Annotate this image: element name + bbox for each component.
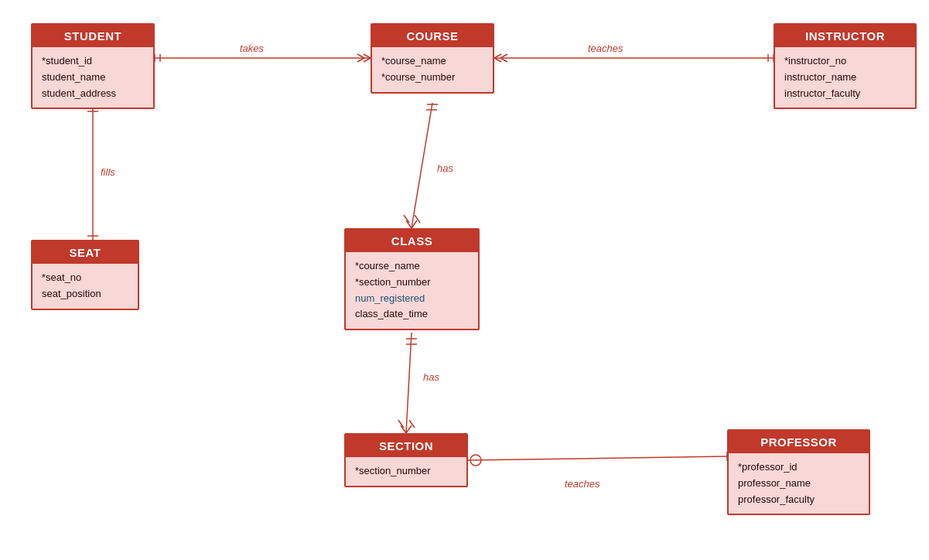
- entity-class-header: CLASS: [346, 230, 478, 252]
- svg-line-10: [500, 54, 507, 58]
- entity-course-body: *course_name *course_number: [372, 47, 493, 92]
- entity-section-body: *section_number: [346, 457, 466, 486]
- entity-instructor-header: INSTRUCTOR: [775, 25, 915, 47]
- diagram-container: takes teaches fills has has teaches STUD…: [0, 0, 929, 560]
- entity-student: STUDENT *student_id student_name student…: [31, 23, 155, 109]
- rel-label-takes: takes: [240, 43, 264, 54]
- svg-line-26: [406, 333, 412, 433]
- field-seat-no: *seat_no: [42, 270, 128, 286]
- field-student-id: *student_id: [42, 53, 144, 70]
- field-instructor-faculty: instructor_faculty: [784, 86, 906, 102]
- rel-label-teaches-professor: teaches: [565, 478, 600, 490]
- svg-line-23: [412, 220, 417, 228]
- entity-instructor-body: *instructor_no instructor_name instructo…: [775, 47, 915, 108]
- entity-section-header: SECTION: [346, 435, 466, 457]
- entity-instructor: INSTRUCTOR *instructor_no instructor_nam…: [774, 23, 917, 109]
- entity-seat-header: SEAT: [32, 241, 138, 264]
- entity-seat-body: *seat_no seat_position: [32, 264, 138, 309]
- svg-line-30: [406, 425, 412, 433]
- svg-line-9: [494, 58, 501, 62]
- field-seat-position: seat_position: [42, 286, 128, 302]
- entity-professor: PROFESSOR *professor_id professor_name p…: [727, 429, 870, 515]
- entity-professor-header: PROFESSOR: [729, 431, 869, 453]
- field-course-number: *course_number: [381, 70, 483, 86]
- field-student-name: student_name: [42, 70, 144, 86]
- field-class-course-name: *course_name: [355, 258, 469, 275]
- field-professor-id: *professor_id: [738, 459, 859, 476]
- svg-line-31: [398, 420, 404, 428]
- entity-class-body: *course_name *section_number num_registe…: [346, 252, 478, 329]
- entity-course-header: COURSE: [372, 25, 493, 47]
- svg-line-19: [412, 103, 432, 228]
- rel-label-has-course-class: has: [437, 162, 453, 174]
- rel-label-has-class-section: has: [423, 371, 439, 383]
- entity-class: CLASS *course_name *section_number num_r…: [344, 228, 480, 330]
- entity-student-header: STUDENT: [32, 25, 153, 47]
- svg-point-34: [470, 455, 481, 466]
- rel-label-teaches-instructor: teaches: [588, 43, 623, 54]
- svg-line-32: [409, 420, 415, 428]
- entity-professor-body: *professor_id professor_name professor_f…: [729, 453, 869, 514]
- field-course-name: *course_name: [381, 53, 483, 70]
- field-section-number: *section_number: [355, 463, 457, 480]
- field-instructor-name: instructor_name: [784, 70, 906, 86]
- field-student-address: student_address: [42, 86, 144, 102]
- svg-line-29: [401, 425, 406, 433]
- svg-line-11: [500, 58, 507, 62]
- svg-line-25: [415, 215, 420, 223]
- svg-line-4: [357, 58, 364, 62]
- entity-seat: SEAT *seat_no seat_position: [31, 240, 139, 310]
- svg-line-24: [404, 215, 409, 223]
- svg-line-33: [468, 456, 727, 460]
- svg-line-8: [494, 54, 501, 58]
- field-professor-faculty: professor_faculty: [738, 492, 859, 508]
- entity-student-body: *student_id student_name student_address: [32, 47, 153, 108]
- svg-line-1: [364, 54, 371, 58]
- svg-line-22: [406, 220, 412, 228]
- entity-section: SECTION *section_number: [344, 433, 468, 487]
- field-class-num-registered: num_registered: [355, 291, 469, 307]
- svg-line-2: [364, 58, 371, 62]
- entity-course: COURSE *course_name *course_number: [371, 23, 494, 94]
- field-instructor-no: *instructor_no: [784, 53, 906, 70]
- field-professor-name: professor_name: [738, 476, 859, 492]
- field-class-section-number: *section_number: [355, 275, 469, 291]
- svg-line-3: [357, 54, 364, 58]
- field-class-date-time: class_date_time: [355, 306, 469, 323]
- rel-label-fills: fills: [101, 166, 115, 178]
